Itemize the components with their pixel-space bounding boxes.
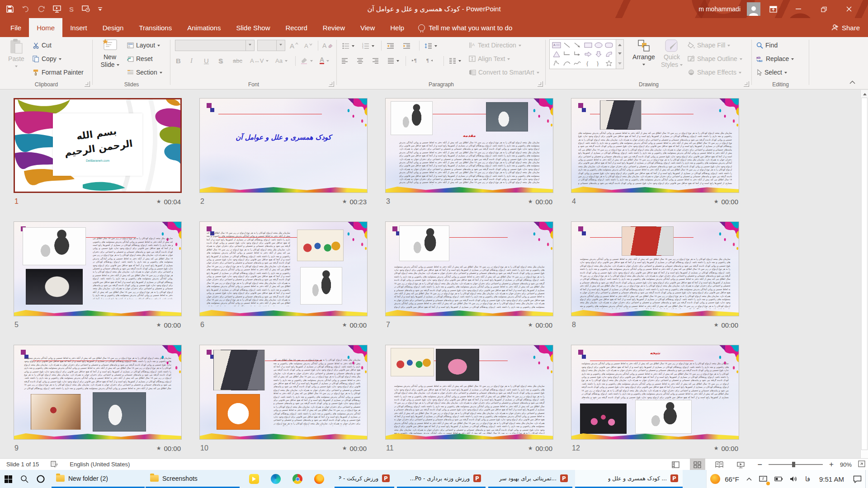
slide-thumbnail-3[interactable]: مقدمهسازمان ملل متحد ازدواج کودکان را به…	[385, 98, 553, 193]
slide-thumbnail-7[interactable]: سازمان ملل متحد ازدواج کودکان را به هر ن…	[385, 221, 553, 316]
align-text-button[interactable]: Align Text	[469, 53, 510, 64]
taskbar-folder-screenshots[interactable]: Screenshots	[146, 470, 240, 488]
slide-thumbnail-1[interactable]: بسم الله الرحمن الرحيمDelBaraneh.com1★00…	[14, 98, 182, 193]
zoom-level[interactable]: 90%	[840, 461, 852, 468]
font-name-combo[interactable]	[175, 40, 255, 51]
line-spacing-button[interactable]	[425, 40, 437, 51]
collapse-ribbon-button[interactable]	[849, 78, 855, 85]
highlight-color-button[interactable]	[301, 55, 313, 66]
select-button[interactable]: Select	[756, 67, 787, 78]
chrome-icon[interactable]	[287, 470, 308, 488]
align-center-button[interactable]	[357, 55, 363, 66]
decrease-indent-button[interactable]	[387, 40, 394, 51]
section-button[interactable]: Section	[127, 67, 162, 78]
slide-thumbnail-10[interactable]: سازمان ملل متحد ازدواج کودکان را به هر ن…	[199, 345, 368, 440]
tab-home[interactable]: Home	[29, 18, 62, 37]
slide-thumbnail-5[interactable]: سازمان ملل متحد ازدواج کودکان را به هر ن…	[14, 221, 182, 316]
battery-icon[interactable]	[771, 470, 786, 488]
clock[interactable]: 9:51 AM	[814, 470, 849, 488]
avatar[interactable]	[747, 2, 760, 16]
cut-button[interactable]: Cut	[33, 40, 52, 51]
volume-icon[interactable]	[786, 470, 802, 488]
share-button[interactable]: Share	[831, 18, 860, 37]
rehearse-timings-icon[interactable]	[82, 5, 90, 13]
reading-view-button[interactable]	[712, 459, 727, 470]
taskbar-window-ppt2[interactable]: Pورزش وزنه برداری - Po...	[397, 470, 486, 488]
taskbar-window-ppt4[interactable]: P... کودک همسری و علل و	[575, 470, 683, 488]
reset-button[interactable]: Reset	[127, 53, 153, 64]
strikethrough-button[interactable]: abc	[233, 55, 242, 66]
zoom-in-button[interactable]: +	[829, 460, 834, 469]
drawing-dialog-launcher[interactable]	[744, 81, 749, 87]
restore-button[interactable]	[811, 0, 836, 18]
tray-expand-icon[interactable]	[743, 470, 755, 488]
tab-file[interactable]: File	[3, 18, 29, 37]
replace-button[interactable]: abacReplace	[756, 53, 794, 64]
slide-thumbnail-8[interactable]: سازمان ملل متحد ازدواج کودکان را به هر ن…	[571, 221, 739, 316]
quick-styles-button[interactable]: QuickStyles	[659, 39, 685, 69]
font-color-button[interactable]: A	[320, 55, 329, 66]
temperature[interactable]: 66°F	[724, 470, 743, 488]
slide-thumbnail-11[interactable]: سازمان ملل متحد ازدواج کودکان را به هر ن…	[385, 345, 553, 440]
firefox-icon[interactable]	[308, 470, 330, 488]
display-project-icon[interactable]	[755, 470, 771, 488]
style-icon[interactable]: S	[69, 5, 74, 13]
bullets-button[interactable]	[342, 40, 354, 51]
underline-button[interactable]: U	[204, 55, 209, 66]
text-direction-button[interactable]: AText Direction	[469, 40, 521, 51]
slide-thumbnail-2[interactable]: کودک همسری و علل و عوامل آن2★00:23	[199, 98, 368, 193]
edge-icon[interactable]	[265, 470, 287, 488]
align-right-button[interactable]	[372, 55, 379, 66]
numbering-button[interactable]: 123	[362, 40, 374, 51]
slide-thumbnail-12[interactable]: نتیجهسازمان ملل متحد ازدواج کودکان را به…	[571, 345, 739, 440]
spellcheck-icon[interactable]	[51, 460, 58, 469]
ribbon-display-options-button[interactable]	[760, 0, 786, 18]
font-size-combo[interactable]	[257, 40, 285, 51]
tab-slide-show[interactable]: Slide Show	[228, 18, 278, 37]
clear-formatting-button[interactable]: A	[322, 40, 333, 51]
taskbar-window-ppt3[interactable]: P...تمریناتی برای بهبود سر	[488, 470, 572, 488]
weather-icon[interactable]	[707, 470, 724, 488]
slideshow-from-start-icon[interactable]	[53, 5, 61, 13]
fit-to-window-button[interactable]	[858, 460, 865, 469]
normal-view-button[interactable]	[668, 459, 684, 470]
slide-thumbnail-9[interactable]: سازمان ملل متحد ازدواج کودکان را به هر ن…	[14, 345, 182, 440]
shrink-font-button[interactable]: A	[304, 40, 312, 51]
save-icon[interactable]	[6, 5, 14, 13]
arrange-button[interactable]: Arrange	[630, 39, 658, 69]
taskbar-window-ppt1[interactable]: Pورزش کریکت - PowerP...	[335, 470, 394, 488]
close-button[interactable]	[836, 0, 862, 18]
grow-font-button[interactable]: A	[290, 40, 298, 51]
taskbar-folder-new-folder[interactable]: New folder (2)	[52, 470, 145, 488]
redo-icon[interactable]	[38, 6, 45, 13]
tab-insert[interactable]: Insert	[62, 18, 95, 37]
shape-outline-button[interactable]: Shape Outline	[688, 53, 742, 64]
copy-button[interactable]: Copy	[33, 53, 61, 64]
increase-indent-button[interactable]	[403, 40, 410, 51]
rtl-direction-button[interactable]: ¶	[426, 55, 434, 66]
justify-button[interactable]	[387, 55, 399, 66]
new-slide-button[interactable]: NewSlide	[96, 39, 123, 69]
tab-design[interactable]: Design	[95, 18, 132, 37]
start-button[interactable]	[0, 470, 16, 488]
minimize-button[interactable]	[786, 0, 811, 18]
paragraph-dialog-launcher[interactable]	[538, 81, 543, 87]
tab-help[interactable]: Help	[382, 18, 412, 37]
bold-button[interactable]: B	[176, 55, 181, 66]
user-name[interactable]: m mohammadi	[698, 5, 741, 13]
shapes-gallery-scroll[interactable]	[616, 39, 624, 69]
show-desktop-button[interactable]	[865, 470, 868, 488]
layout-button[interactable]: Layout	[127, 40, 160, 51]
align-left-button[interactable]	[341, 55, 348, 66]
zoom-out-button[interactable]: −	[758, 460, 763, 469]
find-button[interactable]: Find	[756, 40, 778, 51]
cortana-icon[interactable]	[33, 470, 49, 488]
tell-me-box[interactable]: Tell me what you want to do	[418, 18, 512, 37]
ltr-direction-button[interactable]: ¶	[411, 55, 418, 66]
language-indicator[interactable]: English (United States)	[70, 461, 130, 468]
slide-thumbnail-6[interactable]: سازمان ملل متحد ازدواج کودکان را به هر ن…	[199, 221, 368, 316]
change-case-button[interactable]: Aa	[275, 55, 288, 66]
tab-record[interactable]: Record	[278, 18, 315, 37]
shape-fill-button[interactable]: Shape Fill	[688, 40, 730, 51]
keyboard-language[interactable]: فا	[802, 470, 814, 488]
